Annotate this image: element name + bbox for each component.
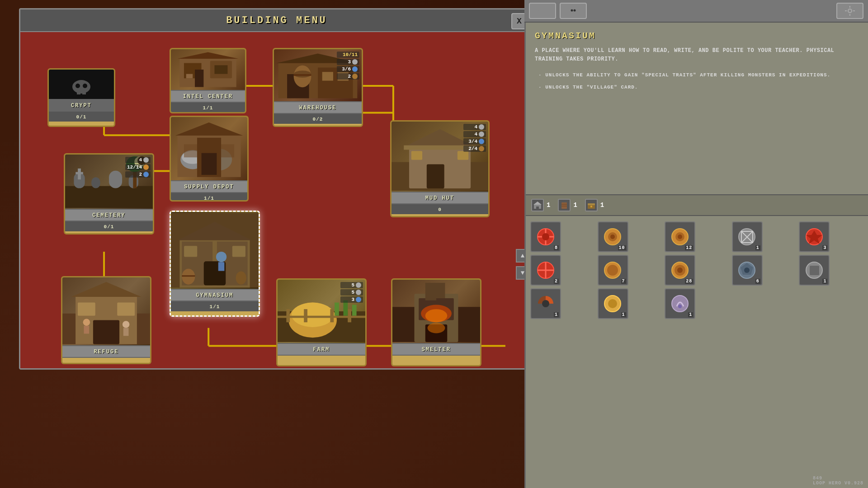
svg-rect-16 [72,80,90,94]
building-card-mudhut[interactable]: 4 4 3/4 2/4 MUD HUT 0 [390,120,490,217]
info-bullet-2: · UNLOCKS THE "VILLAGE" CARD. [535,83,859,92]
inv-slot-7[interactable]: 7 [598,255,628,286]
item-icon-4 [737,227,757,247]
item-icon-7 [603,260,623,281]
inv-slot-3[interactable]: 12 [665,221,695,252]
svg-rect-59 [427,164,444,188]
building-card-warehouse[interactable]: 10/11 3 3/6 2 WAR [273,48,363,127]
toolbar-button-1[interactable] [529,3,556,19]
inv-slot-6[interactable]: 2 [530,255,561,286]
crypt-label-bar: CRYPT [49,99,114,112]
item-icon-5 [804,227,825,247]
cemetery-label: CEMETERY [92,212,126,219]
inv-slot-2[interactable]: 10 [598,221,628,252]
warehouse-counter: 0/2 [274,114,362,124]
building-card-cemetery[interactable]: 4 12/14 2 CEMETERY 0/1 [64,153,154,235]
svg-point-114 [571,9,573,12]
building-card-farm[interactable]: 5 5 3 FARM [276,278,367,366]
building-card-gymnasium[interactable]: GYMNASIUM 1/1 [170,211,260,317]
cemetery-count: 0/1 [104,224,114,230]
inv-count-7: 7 [621,279,626,284]
building-card-supply[interactable]: SUPPLY DEPOT 1/1 [170,116,249,202]
svg-rect-101 [436,283,445,298]
item-icon-11 [536,294,556,314]
svg-rect-44 [202,153,217,175]
building-card-refuge[interactable]: REFUGE [61,276,151,364]
svg-rect-129 [590,206,592,207]
supply-count: 1/1 [204,196,214,201]
toolbar-button-2[interactable] [560,3,587,19]
toolbar-button-3[interactable] [836,3,863,19]
item-icon-9 [737,260,757,281]
inv-slot-12[interactable]: 1 [598,288,628,319]
item-icon-3 [670,227,690,247]
svg-rect-92 [330,309,334,322]
gymnasium-label: GYMNASIUM [196,292,234,299]
svg-rect-90 [286,309,290,322]
inv-slot-8[interactable]: 28 [665,255,695,286]
svg-rect-89 [278,316,365,318]
farm-label: FARM [313,347,330,353]
svg-point-82 [83,319,90,326]
smelter-label: SMELTER [422,347,451,353]
crypt-counter: 0/1 [49,112,114,122]
inventory-grid: 8 10 12 1 [526,217,868,324]
building-card-crypt[interactable]: CRYPT 0/1 [47,68,115,127]
intel-count: 1/1 [203,105,213,111]
inv-slot-5[interactable]: 3 [799,221,830,252]
inv-count-12: 1 [621,312,626,317]
svg-rect-61 [458,151,468,160]
inv-slot-4[interactable]: 1 [732,221,763,252]
inv-slot-11[interactable]: 1 [530,288,561,319]
warehouse-label: WAREHOUSE [299,105,337,111]
info-description: A PLACE WHERE YOU'LL LEARN HOW TO READ, … [535,47,859,64]
svg-point-73 [182,269,195,285]
req-icon-3 [585,199,598,211]
svg-point-19 [75,84,80,88]
svg-point-163 [678,305,682,308]
crypt-count: 0/1 [76,114,87,120]
building-card-intel[interactable]: INTEL CENTER 1/1 [170,48,246,113]
building-card-smelter[interactable]: SMELTER [391,278,481,366]
elephant-icon [537,5,548,16]
inv-slot-10[interactable]: 1 [799,255,830,286]
farm-label-bar: FARM [278,343,365,356]
svg-rect-109 [543,14,545,16]
svg-rect-72 [218,262,225,271]
gymnasium-counter: 1/1 [171,301,259,311]
svg-point-103 [425,309,448,322]
inv-count-1: 8 [554,245,559,250]
inv-slot-13[interactable]: 1 [665,288,695,319]
crypt-illustration [70,73,93,96]
svg-point-150 [607,265,618,276]
svg-rect-18 [82,89,86,94]
svg-rect-119 [845,10,847,11]
gymnasium-count: 1/1 [210,304,220,310]
req-item-3: 1 [585,199,604,211]
svg-point-161 [608,299,617,308]
req-count-3: 1 [600,202,604,209]
inv-count-8: 28 [685,279,693,284]
inv-count-3: 12 [685,245,693,250]
svg-rect-48 [109,171,122,188]
svg-rect-81 [117,303,135,316]
svg-rect-124 [561,202,567,209]
svg-rect-79 [93,320,119,344]
gear-icon [844,5,855,16]
inv-count-9: 6 [755,279,760,284]
svg-point-162 [672,296,688,312]
intel-label-bar: INTEL CENTER [171,90,245,103]
wood-req-icon [560,201,569,210]
svg-point-153 [677,267,683,273]
inv-count-13: 1 [688,312,693,317]
info-bullet-1: · UNLOCKS THE ABILITY TO GAIN "SPECIAL T… [535,71,859,80]
inv-slot-1[interactable]: 8 [530,221,561,252]
building-menu-window: BUILDING MENU X [19,8,534,370]
mudhut-badges: 4 4 3/4 2/4 [463,124,486,152]
svg-rect-123 [536,206,539,209]
inv-slot-9[interactable]: 6 [732,255,763,286]
chest-req-icon [587,201,596,210]
svg-rect-117 [849,6,850,8]
item-icon-1 [536,227,556,247]
skull-icon [568,5,579,16]
